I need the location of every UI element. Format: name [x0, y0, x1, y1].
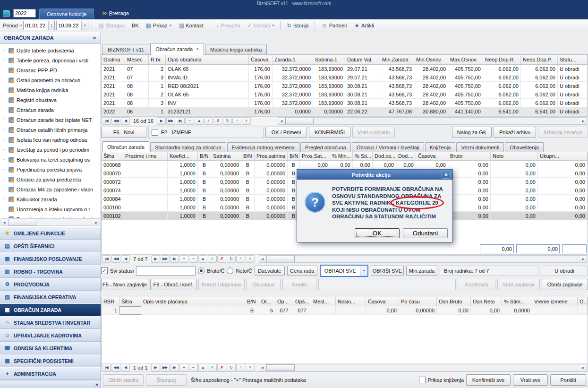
scroll-left-icon[interactable]: ◀	[259, 256, 266, 262]
porezi-doprinosi-button[interactable]: Porezi i doprinosi	[198, 279, 245, 290]
grid-cell[interactable]	[123, 178, 168, 186]
column-header[interactable]: % Min...	[330, 152, 353, 161]
odustani-button[interactable]: Odustani	[403, 228, 448, 238]
scroll-right-icon[interactable]: ▶	[580, 365, 587, 371]
grid-cell[interactable]: 0,00	[353, 161, 373, 169]
grid-cell[interactable]: 000068	[102, 161, 123, 169]
vrati-sve-button[interactable]: Vrati sve	[513, 374, 548, 386]
grid-cell[interactable]: 0,00	[448, 169, 491, 178]
grid-cell[interactable]: 06	[125, 107, 149, 116]
bruto-radio[interactable]	[198, 267, 205, 274]
grid-cell[interactable]: U obradi	[558, 73, 588, 82]
tab-standardni-nalog-za-obra-un[interactable]: Standardni nalog za obračun	[150, 142, 226, 152]
scroll-left-icon[interactable]: ◀	[259, 365, 266, 371]
post-edit-icon[interactable]: ✓	[204, 117, 213, 125]
sidebar-tree-item[interactable]: Kalkulator zarada	[0, 194, 101, 204]
grid-cell[interactable]: OLAK 65	[166, 65, 249, 73]
grid-cell[interactable]: 2022	[102, 107, 125, 116]
column-header[interactable]: Datum Val.	[345, 55, 380, 65]
horizontal-scrollbar[interactable]: ◀▶	[278, 117, 587, 125]
column-header[interactable]: R.br.	[149, 55, 166, 65]
column-header[interactable]: Max.Osnov.	[448, 55, 483, 65]
insert-record-icon[interactable]: +	[179, 255, 188, 263]
grid-cell[interactable]: 077	[275, 306, 293, 315]
grid-cell[interactable]: 30.08.21	[345, 90, 380, 99]
sidebar-tree-item[interactable]: Preuzimanje podataka iz prethod	[0, 214, 101, 218]
prior-record[interactable]: ◀	[121, 364, 130, 371]
sidebar-module-administracija[interactable]: ♦ADMINISTRACIJA	[0, 367, 101, 380]
grid-cell[interactable]: 405.750,00	[448, 73, 483, 82]
sidebar-tree-item[interactable]: Obrasci za javna preduzeća	[0, 174, 101, 184]
grid-cell[interactable]: 28.402,00	[414, 99, 448, 107]
grid-cell[interactable]: 30.880,00	[414, 107, 448, 116]
grid-cell[interactable]: 2021	[102, 90, 125, 99]
grid-cell[interactable]: 0,00	[491, 186, 538, 195]
grid-cell[interactable]: 077	[293, 306, 311, 315]
grid-cell[interactable]: 0,00	[471, 306, 502, 315]
grid-cell[interactable]: 32.372,0000	[273, 99, 313, 107]
calendar-dropdown-icon[interactable]: ▾	[81, 21, 88, 30]
grid-cell[interactable]: 1,0000	[168, 212, 198, 220]
column-header[interactable]: Godina	[102, 55, 125, 65]
grid-cell[interactable]	[123, 169, 168, 178]
grid-cell[interactable]: 30.08.21	[345, 82, 380, 90]
grid-cell[interactable]: OLAK 65	[166, 90, 249, 99]
grid-cell[interactable]: 47.767,08	[380, 107, 414, 116]
grid-cell[interactable]: B	[198, 161, 211, 169]
column-header[interactable]: Vreme izmene	[532, 297, 578, 306]
konfirmisi-button[interactable]: KONFIRMIŠI	[309, 127, 350, 138]
column-header[interactable]: Šifra	[119, 297, 141, 306]
column-header[interactable]: Dod....	[396, 152, 416, 161]
first-record[interactable]: |◀	[102, 117, 111, 125]
grid-cell[interactable]: 3	[149, 99, 166, 107]
next-page[interactable]: ▶▶	[166, 117, 175, 125]
cancel-edit-icon[interactable]: ✗	[213, 117, 222, 125]
next-record[interactable]: ▶	[151, 364, 160, 371]
grid-cell[interactable]: B	[241, 203, 255, 212]
krediti-button[interactable]: Krediti	[282, 279, 316, 290]
f2-izmene-checkbox[interactable]	[152, 129, 158, 136]
refresh-icon[interactable]: ↻	[223, 117, 232, 125]
grid-cell[interactable]: 5	[259, 306, 275, 315]
column-header[interactable]: Neop.Dop.R.	[483, 55, 521, 65]
delete-record-icon[interactable]: −	[189, 364, 198, 371]
column-header[interactable]: Or...	[259, 297, 275, 306]
sidebar-tree-item[interactable]: Obrazac M4 za zaposlene i vlasn	[0, 184, 101, 194]
next-record[interactable]: ▶	[151, 255, 160, 263]
prikaz-button[interactable]: ▦Prikaz▾	[143, 22, 174, 29]
grid-cell[interactable]: INVALID	[166, 73, 249, 82]
arhiviraj-obracun-button[interactable]: Arhiviraj obračun	[538, 127, 588, 138]
grid-cell[interactable]: B	[241, 212, 255, 220]
grid-cell[interactable]	[119, 306, 141, 315]
column-header[interactable]: Časova	[249, 55, 273, 65]
grid-cell[interactable]: 2	[149, 90, 166, 99]
grid-cell[interactable]: 6.062,00	[521, 73, 558, 82]
grid-cell[interactable]: 1	[102, 306, 119, 315]
bk-button[interactable]: BK	[129, 22, 142, 29]
grid-cell[interactable]: 000074	[102, 186, 123, 195]
column-header[interactable]: Opis vrste plaćanja	[141, 297, 245, 306]
grid-cell[interactable]: 000072	[102, 178, 123, 186]
grid-cell[interactable]: 0,00	[491, 169, 538, 178]
grid-cell[interactable]: 28.402,00	[414, 65, 448, 73]
post-edit-icon[interactable]: ✓	[208, 364, 217, 371]
grid-cell[interactable]: 0,00	[448, 203, 491, 212]
grid-cell[interactable]: 0,00	[538, 203, 588, 212]
prior-page[interactable]: ◀◀	[111, 255, 120, 263]
table-row[interactable]: 2021083INV176,0032.372,0000183,9300030.0…	[102, 99, 588, 107]
grid-cell[interactable]: B	[198, 186, 211, 195]
sidebar-module-odnosi-sa-klijentima[interactable]: ☎ODNOSI SA KLIJENTIMA	[0, 342, 101, 354]
grid-cell[interactable]: 176,00	[249, 90, 273, 99]
delete-record-icon[interactable]: −	[189, 255, 198, 263]
column-header[interactable]: O...	[578, 297, 588, 306]
grid-cell[interactable]: B	[288, 161, 300, 169]
grid-cell[interactable]: B	[241, 195, 255, 203]
grid-cell[interactable]: 0,00000	[255, 161, 288, 169]
grid-cell[interactable]	[123, 212, 168, 220]
tab-obave-tenja[interactable]: Obaveštenja	[505, 142, 544, 152]
grid-cell[interactable]: 6.062,00	[483, 65, 521, 73]
edit-record-icon[interactable]: ▲	[195, 117, 204, 125]
obrisi-zaglavlje-button[interactable]: Obriši zaglavlje	[542, 279, 588, 290]
grid-cell[interactable]: 2021	[102, 82, 125, 90]
sidebar-module-proizvodnja[interactable]: ⚙PROIZVODNJA	[0, 278, 101, 291]
